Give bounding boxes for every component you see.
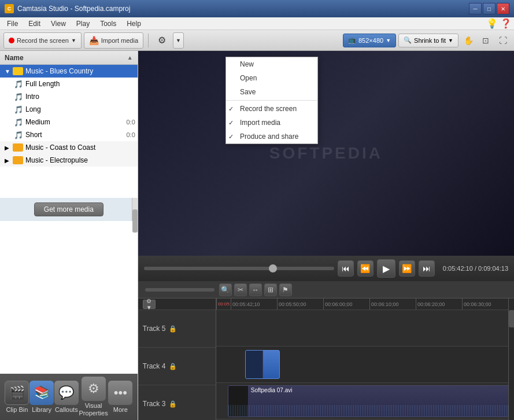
track-5-lock-icon[interactable]: 🔒 [169, 325, 177, 333]
folder-icon-blues [13, 67, 23, 75]
timeline-vertical-scrollbar[interactable] [508, 299, 514, 420]
menu-help[interactable]: Help [122, 19, 146, 29]
ruler-marks: 00:05: 00:05:42;10 00:05:50;00 00:06:00;… [216, 299, 508, 310]
skip-back-button[interactable]: ⏮ [338, 260, 354, 277]
toolbar-right: 📺 852×480 ▼ 🔍 Shrink to fit ▼ ✋ ⊡ ⛶ [343, 34, 511, 47]
timeline-tracks: ⚙ ▼ Track 5 🔒 Track 4 🔒 Track 3 [138, 299, 514, 420]
shrink-to-fit-button[interactable]: 🔍 Shrink to fit ▼ [398, 34, 458, 47]
tree-content[interactable]: ▼ Music - Blues Country 🎵 Full Length 🎵 … [0, 65, 138, 198]
resolution-dropdown-icon: ▼ [386, 38, 391, 43]
timeline-settings-button[interactable]: ⚙ ▼ [143, 300, 156, 309]
toolbar-extra-button[interactable]: ⚙ [153, 32, 171, 49]
ctx-save-label: Save [240, 88, 256, 96]
ctx-open[interactable]: Open [226, 71, 317, 85]
timeline-toolbar: 🔍 ✂ ↔ ⊞ ⚑ [138, 281, 514, 299]
folder-coast-icon [13, 143, 23, 152]
ruler-mark-1: 00:05:42;10 [231, 299, 277, 310]
toolbar-dropdown-button[interactable]: ▼ [173, 32, 184, 49]
preview-area: SOFTPEDIA [138, 51, 514, 256]
media-short[interactable]: 🎵 Short 0:0 [0, 128, 138, 141]
menu-view[interactable]: View [46, 19, 71, 29]
track-5-row [216, 310, 508, 347]
playback-controls: ⏮ ⏪ ▶ ⏩ ⏭ 0:05:42:10 / 0:09:04:13 [138, 256, 514, 281]
menu-file[interactable]: File [2, 19, 23, 29]
ctx-produce-label: Produce and share [240, 132, 298, 141]
split-button[interactable]: ✂ [234, 283, 247, 296]
clip-3-label: Softpedia 07.avi [249, 386, 295, 395]
playback-slider[interactable] [144, 267, 334, 270]
audio-icon-5: 🎵 [14, 130, 23, 139]
menu-tools[interactable]: Tools [95, 19, 121, 29]
app-icon: C [5, 4, 14, 13]
import-icon: 📥 [89, 36, 99, 45]
trim-button[interactable]: ↔ [249, 283, 262, 296]
track-header-row: ⚙ ▼ [138, 299, 216, 310]
folder-expand-icon-3: ▶ [5, 157, 12, 164]
timeline-zoom-slider[interactable] [145, 288, 215, 292]
folder-coast-to-coast[interactable]: ▶ Music - Coast to Coast [0, 141, 138, 154]
rewind-button[interactable]: ⏪ [357, 260, 374, 277]
media-long[interactable]: 🎵 Long [0, 103, 138, 116]
ctx-import-media[interactable]: ✓ Import media [226, 116, 317, 130]
get-more-media-button[interactable]: Get more media [34, 202, 103, 216]
media-scrollbar[interactable] [132, 198, 138, 221]
group-button[interactable]: ⊞ [264, 283, 277, 296]
import-media-button[interactable]: 📥 Import media [84, 32, 143, 49]
preview-watermark: SOFTPEDIA [269, 144, 383, 163]
clip-bin-label: Clip Bin [6, 406, 28, 413]
media-intro[interactable]: 🎵 Intro [0, 90, 138, 103]
maximize-button[interactable]: □ [483, 3, 495, 14]
clip-thumbnail-4 [246, 351, 263, 378]
track-3-lock-icon[interactable]: 🔒 [169, 400, 177, 408]
track-4-lock-icon[interactable]: 🔒 [169, 363, 177, 370]
ctx-save[interactable]: Save [226, 85, 317, 99]
play-button[interactable]: ▶ [377, 259, 395, 278]
tab-visual-properties[interactable]: ⚙ VisualProperties [79, 377, 108, 417]
fast-forward-button[interactable]: ⏩ [399, 260, 415, 277]
media-tree: Name ▲ ▼ Music - Blues Country 🎵 Full Le… [0, 51, 138, 374]
menu-play[interactable]: Play [72, 19, 94, 29]
media-medium-label: Medium [25, 118, 50, 126]
ctx-new[interactable]: New [226, 57, 317, 71]
media-scrollbar-thumb[interactable] [132, 209, 138, 233]
fullscreen-button[interactable]: ⛶ [495, 34, 511, 47]
minimize-button[interactable]: ─ [469, 3, 482, 14]
tab-clip-bin[interactable]: 🎬 Clip Bin [5, 381, 29, 413]
track-3-clip[interactable]: Softpedia 07.avi [228, 385, 508, 417]
close-button[interactable]: ✕ [497, 3, 509, 14]
track-label-3: Track 3 🔒 [138, 385, 216, 420]
fit-button[interactable]: ⊡ [478, 34, 493, 47]
ctx-record-screen[interactable]: ✓ Record the screen [226, 102, 317, 116]
menu-edit[interactable]: Edit [24, 19, 45, 29]
playback-thumb[interactable] [269, 264, 277, 272]
hand-tool-button[interactable]: ✋ [461, 34, 476, 47]
zoom-in-button[interactable]: 🔍 [219, 283, 232, 296]
record-screen-button[interactable]: Record the screen ▼ [3, 32, 82, 49]
ctx-produce-share[interactable]: ✓ Produce and share [226, 130, 317, 143]
ctx-new-label: New [240, 60, 254, 68]
media-full-length[interactable]: 🎵 Full Length [0, 78, 138, 90]
tree-header: Name ▲ [0, 51, 138, 65]
media-intro-label: Intro [25, 93, 39, 101]
record-dropdown-icon[interactable]: ▼ [71, 38, 76, 43]
media-medium[interactable]: 🎵 Medium 0:0 [0, 116, 138, 128]
folder-electro-label: Music - Electropulse [25, 156, 88, 164]
search-icon: 🔍 [404, 36, 412, 44]
timeline-scrollbar-thumb[interactable] [509, 310, 514, 327]
tab-callouts[interactable]: 💬 Callouts [54, 381, 79, 413]
track-4-clip[interactable]: S [245, 350, 280, 379]
visual-properties-label: VisualProperties [79, 402, 108, 417]
marker-button[interactable]: ⚑ [279, 283, 292, 296]
folder-electropulse[interactable]: ▶ Music - Electropulse [0, 154, 138, 167]
resolution-button[interactable]: 📺 852×480 ▼ [343, 34, 396, 47]
folder-blues-country[interactable]: ▼ Music - Blues Country [0, 65, 138, 78]
timeline-ruler: 00:05: 00:05:42;10 00:05:50;00 00:06:00;… [216, 299, 508, 310]
tree-sort-icon[interactable]: ▲ [127, 54, 133, 61]
ctx-produce-check: ✓ [228, 133, 235, 141]
tab-more[interactable]: ••• More [108, 381, 132, 413]
tab-library[interactable]: 📚 Library [29, 381, 54, 413]
track-content-area[interactable]: 00:05: 00:05:42;10 00:05:50;00 00:06:00;… [216, 299, 508, 420]
skip-forward-button[interactable]: ⏭ [419, 260, 435, 277]
playback-time: 0:05:42:10 / 0:09:04:13 [443, 265, 508, 272]
ctx-import-check: ✓ [228, 119, 235, 127]
